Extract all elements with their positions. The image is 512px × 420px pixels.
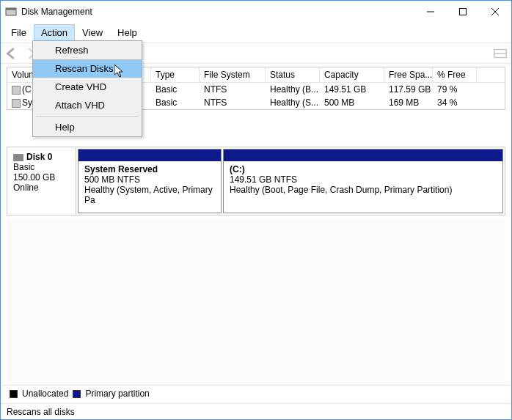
cell-capacity: 149.51 GB (320, 84, 384, 95)
partition-body: (C:) 149.51 GB NTFS Healthy (Boot, Page … (224, 161, 502, 213)
volume-icon (12, 99, 21, 108)
volume-icon (12, 86, 21, 95)
menu-view[interactable]: View (75, 24, 110, 41)
cell-fs: NTFS (200, 97, 266, 108)
legend-swatch-primary (73, 390, 81, 398)
partition-header-bar (78, 150, 221, 161)
partition-header-bar (224, 150, 502, 161)
disk-size: 150.00 GB (13, 172, 70, 183)
cell-capacity: 500 MB (320, 97, 384, 108)
partition-size: 149.51 GB NTFS (230, 174, 497, 185)
col-pct-free[interactable]: % Free (433, 67, 477, 82)
legend: Unallocated Primary partition (2, 385, 510, 402)
disk-status: Online (13, 183, 70, 193)
cell-pct: 34 % (433, 97, 477, 108)
cell-fs: NTFS (200, 84, 266, 95)
cell-status: Healthy (S... (266, 97, 320, 108)
cell-free: 117.59 GB (384, 84, 433, 95)
window-title: Disk Management (21, 7, 414, 17)
disk-graphical-view: Disk 0 Basic 150.00 GB Online System Res… (7, 147, 505, 215)
partition-name: (C:) (230, 164, 497, 174)
partition-c[interactable]: (C:) 149.51 GB NTFS Healthy (Boot, Page … (223, 149, 503, 213)
cursor-icon (114, 65, 126, 82)
cell-type: Basic (151, 84, 200, 95)
app-icon (5, 6, 17, 18)
partition-status: Healthy (System, Active, Primary Pa (84, 185, 215, 205)
window-controls (414, 1, 511, 23)
col-type[interactable]: Type (151, 67, 200, 82)
disk-header[interactable]: Disk 0 Basic 150.00 GB Online (7, 147, 76, 215)
disk-icon (13, 154, 23, 161)
minimize-button[interactable] (414, 1, 447, 23)
disk-type: Basic (13, 162, 70, 172)
col-status[interactable]: Status (266, 67, 320, 82)
menu-item-help[interactable]: Help (33, 118, 142, 136)
partition-system-reserved[interactable]: System Reserved 500 MB NTFS Healthy (Sys… (78, 149, 222, 213)
cell-pct: 79 % (433, 84, 477, 95)
action-dropdown-menu: Refresh Rescan Disks Create VHD Attach V… (32, 40, 142, 137)
cell-type: Basic (151, 97, 200, 108)
legend-label-unallocated: Unallocated (22, 388, 68, 399)
status-bar: Rescans all disks (1, 403, 511, 419)
cell-status: Healthy (B... (266, 84, 320, 95)
maximize-button[interactable] (447, 1, 479, 23)
toolbar-icon[interactable] (492, 45, 508, 62)
title-bar: Disk Management (1, 1, 511, 23)
col-free-space[interactable]: Free Spa... (384, 67, 433, 82)
partition-name: System Reserved (84, 164, 215, 174)
menu-file[interactable]: File (4, 24, 34, 41)
legend-swatch-unallocated (10, 390, 18, 398)
close-button[interactable] (479, 1, 511, 23)
partitions-container: System Reserved 500 MB NTFS Healthy (Sys… (76, 147, 505, 215)
cell-free: 169 MB (384, 97, 433, 108)
status-text: Rescans all disks (7, 407, 75, 417)
menu-action[interactable]: Action (34, 24, 75, 41)
partition-status: Healthy (Boot, Page File, Crash Dump, Pr… (230, 185, 497, 195)
svg-rect-3 (460, 9, 467, 15)
back-button[interactable] (4, 45, 20, 62)
menu-item-attach-vhd[interactable]: Attach VHD (33, 96, 142, 114)
partition-size: 500 MB NTFS (84, 174, 215, 185)
menu-help[interactable]: Help (110, 24, 145, 41)
col-file-system[interactable]: File System (200, 67, 266, 82)
cell-text: (C (22, 84, 32, 95)
menu-separator (36, 116, 139, 117)
menu-item-refresh[interactable]: Refresh (33, 41, 142, 59)
disk-name: Disk 0 (26, 152, 52, 162)
svg-rect-1 (6, 8, 16, 10)
legend-label-primary: Primary partition (85, 388, 149, 399)
col-capacity[interactable]: Capacity (320, 67, 384, 82)
empty-area (7, 218, 505, 383)
partition-body: System Reserved 500 MB NTFS Healthy (Sys… (78, 161, 221, 213)
